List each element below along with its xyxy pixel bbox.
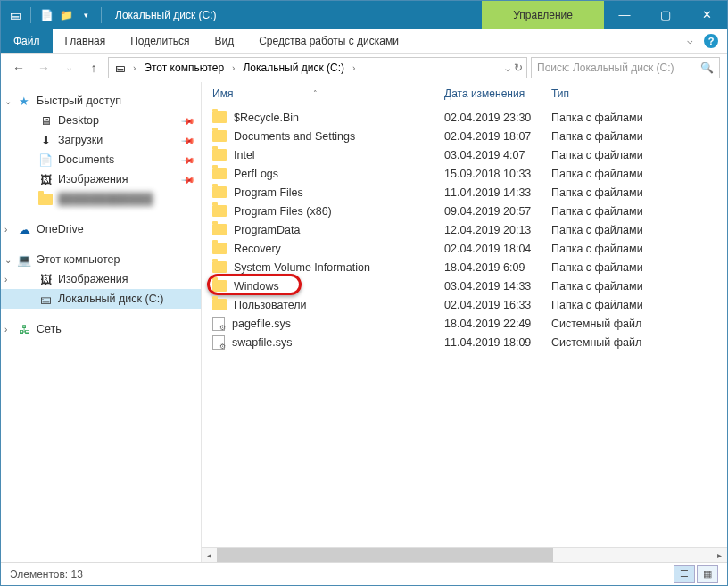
breadcrumb-this-pc[interactable]: Этот компьютер: [142, 62, 226, 74]
minimize-button[interactable]: —: [604, 1, 645, 29]
sidebar-pictures[interactable]: 🖼 Изображения 📌: [1, 169, 201, 189]
file-name-label: Recovery: [234, 243, 281, 255]
sidebar-pictures-pc[interactable]: › 🖼 Изображения: [1, 269, 201, 289]
file-row[interactable]: $Recycle.Bin02.04.2019 23:30Папка с файл…: [202, 108, 727, 127]
file-type-cell: Системный файл: [551, 336, 716, 349]
properties-icon[interactable]: 📄: [39, 8, 54, 22]
close-button[interactable]: ✕: [686, 1, 727, 29]
chevron-right-icon[interactable]: ›: [4, 225, 7, 235]
address-bar[interactable]: 🖴 › Этот компьютер › Локальный диск (C:)…: [108, 57, 527, 78]
file-row[interactable]: Пользователи02.04.2019 16:33Папка с файл…: [202, 295, 727, 314]
file-date-cell: 12.04.2019 20:13: [444, 224, 551, 236]
chevron-right-icon[interactable]: ›: [4, 325, 7, 334]
address-dropdown-icon[interactable]: ⌵: [505, 63, 510, 73]
file-row[interactable]: Recovery02.04.2019 18:04Папка с файлами: [202, 239, 727, 258]
file-row[interactable]: pagefile.sys18.04.2019 22:49Системный фа…: [202, 314, 727, 333]
maximize-button[interactable]: ▢: [645, 1, 686, 29]
sidebar-network[interactable]: › 🖧 Сеть: [1, 319, 201, 339]
file-name-cell[interactable]: Program Files (x86): [212, 205, 444, 218]
file-name-cell[interactable]: $Recycle.Bin: [212, 111, 444, 124]
pin-icon: 📌: [181, 153, 195, 167]
sidebar-label: Быстрый доступ: [37, 95, 121, 107]
column-date[interactable]: Дата изменения: [444, 87, 551, 100]
system-file-icon: [212, 335, 225, 350]
horizontal-scrollbar[interactable]: ◂ ▸: [202, 547, 727, 562]
sidebar-local-disk[interactable]: 🖴 Локальный диск (C:): [1, 289, 201, 309]
navigation-pane[interactable]: ⌄ ★ Быстрый доступ 🖥 Desktop 📌 ⬇ Загрузк…: [1, 82, 202, 562]
back-button[interactable]: ←: [8, 57, 29, 78]
manage-tab[interactable]: Управление: [482, 1, 604, 29]
tab-view[interactable]: Вид: [202, 29, 246, 53]
search-placeholder: Поиск: Локальный диск (C:): [537, 62, 674, 74]
tab-disk-tools[interactable]: Средства работы с дисками: [246, 29, 411, 53]
file-row[interactable]: Program Files (x86)09.04.2019 20:57Папка…: [202, 202, 727, 220]
scroll-right-icon[interactable]: ▸: [712, 548, 727, 563]
chevron-down-icon[interactable]: ⌄: [4, 96, 12, 106]
file-type-cell: Папка с файлами: [551, 280, 716, 293]
help-icon[interactable]: ?: [704, 34, 718, 48]
scroll-left-icon[interactable]: ◂: [202, 548, 217, 563]
icons-view-button[interactable]: ▦: [697, 565, 718, 583]
folder-icon: [212, 186, 227, 198]
chevron-right-icon[interactable]: ›: [229, 63, 237, 73]
file-name-cell[interactable]: System Volume Information: [212, 261, 444, 274]
chevron-right-icon[interactable]: ›: [130, 63, 138, 73]
sidebar-this-pc[interactable]: ⌄ 💻 Этот компьютер: [1, 250, 201, 269]
sidebar-documents[interactable]: 📄 Documents 📌: [1, 150, 201, 169]
file-name-cell[interactable]: Documents and Settings: [212, 130, 444, 143]
column-name[interactable]: Имя ˄: [212, 87, 444, 100]
chevron-right-icon[interactable]: ›: [350, 63, 358, 73]
file-row[interactable]: swapfile.sys11.04.2019 18:09Системный фа…: [202, 333, 727, 351]
tab-home[interactable]: Главная: [53, 29, 119, 53]
search-input[interactable]: Поиск: Локальный диск (C:) 🔍: [531, 57, 720, 78]
file-date-cell: 02.04.2019 23:30: [444, 111, 551, 124]
file-name-cell[interactable]: ProgramData: [212, 224, 444, 236]
file-name-cell[interactable]: PerfLogs: [212, 168, 444, 180]
ribbon-expand-icon[interactable]: ⌵: [687, 35, 693, 46]
file-date-cell: 02.04.2019 18:07: [444, 130, 551, 143]
status-bar: Элементов: 13 ☰ ▦: [1, 562, 727, 585]
recent-dropdown[interactable]: ⌵: [58, 57, 79, 78]
up-button[interactable]: ↑: [83, 57, 104, 78]
column-type[interactable]: Тип: [551, 87, 716, 100]
forward-button[interactable]: →: [33, 57, 54, 78]
file-name-cell[interactable]: Program Files: [212, 186, 444, 199]
folder-qat-icon[interactable]: 📁: [59, 8, 73, 22]
file-name-cell[interactable]: Windows: [212, 280, 444, 293]
file-row[interactable]: ProgramData12.04.2019 20:13Папка с файла…: [202, 220, 727, 239]
file-name-cell[interactable]: Пользователи: [212, 299, 444, 311]
chevron-right-icon[interactable]: ›: [4, 275, 7, 285]
file-name-cell[interactable]: Recovery: [212, 243, 444, 255]
tab-share[interactable]: Поделиться: [118, 29, 202, 53]
scroll-track[interactable]: [217, 548, 712, 563]
chevron-down-icon[interactable]: ⌄: [4, 255, 12, 265]
file-name-cell[interactable]: pagefile.sys: [212, 317, 444, 331]
file-name-cell[interactable]: swapfile.sys: [212, 335, 444, 350]
network-icon: 🖧: [17, 322, 31, 336]
scroll-thumb[interactable]: [217, 548, 553, 563]
file-row[interactable]: Documents and Settings02.04.2019 18:07Па…: [202, 127, 727, 145]
file-name-label: pagefile.sys: [232, 318, 291, 330]
file-type-cell: Папка с файлами: [551, 299, 716, 311]
sidebar-hidden-item[interactable]: ████████████: [1, 189, 201, 209]
file-row[interactable]: Windows03.04.2019 14:33Папка с файлами: [202, 276, 727, 295]
refresh-icon[interactable]: ↻: [514, 62, 523, 74]
file-row[interactable]: Intel03.04.2019 4:07Папка с файлами: [202, 145, 727, 164]
sidebar-label: Изображения: [58, 173, 128, 186]
sidebar-downloads[interactable]: ⬇ Загрузки 📌: [1, 130, 201, 150]
breadcrumb-local-disk[interactable]: Локальный диск (C:): [241, 62, 346, 74]
this-pc-group: ⌄ 💻 Этот компьютер › 🖼 Изображения 🖴 Лок…: [1, 250, 201, 309]
file-row[interactable]: PerfLogs15.09.2018 10:33Папка с файлами: [202, 164, 727, 183]
sidebar-desktop[interactable]: 🖥 Desktop 📌: [1, 111, 201, 130]
sidebar-quick-access[interactable]: ⌄ ★ Быстрый доступ: [1, 91, 201, 111]
qat-dropdown-icon[interactable]: ▾: [79, 8, 93, 22]
drive-icon: 🖴: [8, 8, 22, 22]
file-rows[interactable]: $Recycle.Bin02.04.2019 23:30Папка с файл…: [202, 106, 727, 547]
folder-icon: [212, 224, 227, 235]
file-row[interactable]: Program Files11.04.2019 14:33Папка с фай…: [202, 183, 727, 202]
details-view-button[interactable]: ☰: [674, 565, 695, 583]
tab-file[interactable]: Файл: [1, 29, 53, 53]
file-name-cell[interactable]: Intel: [212, 149, 444, 161]
file-row[interactable]: System Volume Information18.04.2019 6:09…: [202, 258, 727, 276]
sidebar-onedrive[interactable]: › ☁ OneDrive: [1, 219, 201, 239]
